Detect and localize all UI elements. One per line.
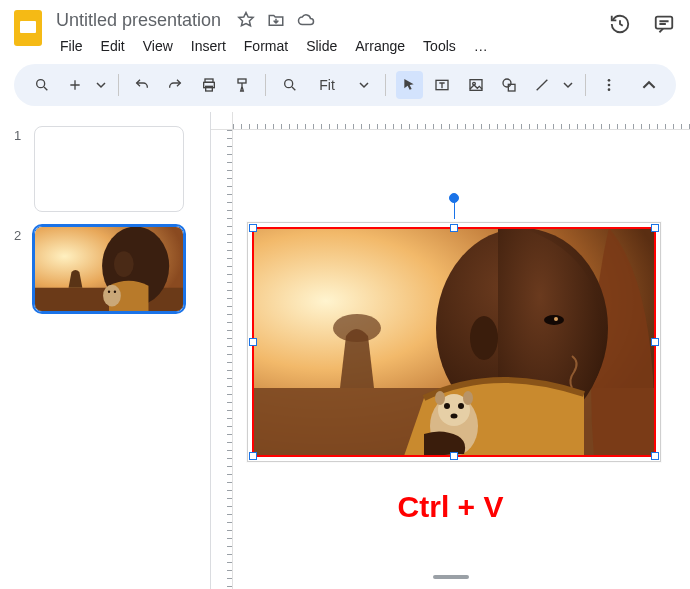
menu-slide[interactable]: Slide xyxy=(298,34,345,58)
line-tool-dropdown-icon[interactable] xyxy=(561,71,575,99)
image-tool-icon[interactable] xyxy=(462,71,489,99)
menu-view[interactable]: View xyxy=(135,34,181,58)
thumbnail-image xyxy=(35,227,183,311)
paint-format-icon[interactable] xyxy=(228,71,255,99)
svg-point-23 xyxy=(114,291,116,293)
resize-handle-bl[interactable] xyxy=(249,452,257,460)
thumbnail-number: 2 xyxy=(14,226,24,243)
resize-handle-t[interactable] xyxy=(450,224,458,232)
redo-icon[interactable] xyxy=(162,71,189,99)
svg-point-14 xyxy=(608,79,611,82)
placed-image xyxy=(254,229,654,455)
svg-point-37 xyxy=(463,391,473,405)
svg-point-21 xyxy=(103,285,121,307)
svg-rect-2 xyxy=(656,17,673,29)
history-icon[interactable] xyxy=(608,12,632,36)
svg-point-12 xyxy=(503,79,511,87)
resize-handle-b[interactable] xyxy=(450,452,458,460)
resize-handle-tl[interactable] xyxy=(249,224,257,232)
slides-app-icon[interactable] xyxy=(8,8,48,48)
resize-handle-tr[interactable] xyxy=(651,224,659,232)
menu-tools[interactable]: Tools xyxy=(415,34,464,58)
line-tool-icon[interactable] xyxy=(528,71,555,99)
svg-point-8 xyxy=(284,80,292,88)
cloud-status-icon[interactable] xyxy=(297,11,315,29)
separator xyxy=(585,74,586,96)
separator xyxy=(385,74,386,96)
svg-point-29 xyxy=(544,315,564,325)
svg-point-16 xyxy=(608,88,611,91)
thumbnail-row: 1 xyxy=(14,126,200,212)
svg-rect-10 xyxy=(470,80,482,91)
svg-rect-7 xyxy=(238,79,246,83)
search-menus-icon[interactable] xyxy=(28,71,55,99)
menu-more[interactable]: … xyxy=(466,34,496,58)
app-header: Untitled presentation File Edit View Ins… xyxy=(0,0,690,58)
svg-point-15 xyxy=(608,84,611,87)
comments-icon[interactable] xyxy=(652,12,676,36)
menu-edit[interactable]: Edit xyxy=(93,34,133,58)
svg-point-36 xyxy=(435,391,445,405)
svg-point-28 xyxy=(470,316,498,360)
more-tools-icon[interactable] xyxy=(596,71,623,99)
thumbnail-slide-2[interactable] xyxy=(34,226,184,312)
resize-handle-r[interactable] xyxy=(651,338,659,346)
slide-canvas[interactable] xyxy=(247,222,661,462)
horizontal-ruler[interactable] xyxy=(233,112,690,130)
content-area: 1 2 xyxy=(0,112,690,589)
svg-point-26 xyxy=(333,314,381,342)
svg-rect-1 xyxy=(20,21,36,33)
svg-point-35 xyxy=(451,414,458,419)
menu-arrange[interactable]: Arrange xyxy=(347,34,413,58)
menu-insert[interactable]: Insert xyxy=(183,34,234,58)
zoom-dropdown[interactable]: Fit xyxy=(309,75,375,95)
speaker-notes-drag-handle[interactable] xyxy=(433,575,469,579)
shape-tool-icon[interactable] xyxy=(495,71,522,99)
svg-point-33 xyxy=(444,403,450,409)
selected-image[interactable] xyxy=(252,227,656,457)
rotation-handle[interactable] xyxy=(449,193,459,203)
zoom-icon[interactable] xyxy=(276,71,303,99)
collapse-toolbar-icon[interactable] xyxy=(635,71,662,99)
menu-format[interactable]: Format xyxy=(236,34,296,58)
svg-point-22 xyxy=(108,291,110,293)
svg-point-34 xyxy=(458,403,464,409)
header-actions xyxy=(608,12,682,36)
separator xyxy=(118,74,119,96)
chevron-down-icon xyxy=(359,80,369,90)
new-slide-dropdown-icon[interactable] xyxy=(94,71,108,99)
toolbar: Fit xyxy=(14,64,676,106)
star-icon[interactable] xyxy=(237,11,255,29)
ruler-corner xyxy=(211,112,233,130)
resize-handle-l[interactable] xyxy=(249,338,257,346)
menu-file[interactable]: File xyxy=(52,34,91,58)
thumbnail-row: 2 xyxy=(14,226,200,312)
select-tool-icon[interactable] xyxy=(396,71,423,99)
thumbnail-number: 1 xyxy=(14,126,24,143)
menu-bar: File Edit View Insert Format Slide Arran… xyxy=(52,34,608,58)
zoom-label: Fit xyxy=(315,77,355,93)
svg-point-30 xyxy=(554,317,558,321)
undo-icon[interactable] xyxy=(129,71,156,99)
separator xyxy=(265,74,266,96)
thumbnail-panel: 1 2 xyxy=(0,112,210,589)
textbox-tool-icon[interactable] xyxy=(429,71,456,99)
svg-point-20 xyxy=(114,251,134,277)
annotation-text: Ctrl + V xyxy=(211,490,690,524)
document-title[interactable]: Untitled presentation xyxy=(52,10,225,31)
svg-rect-13 xyxy=(508,84,515,91)
resize-handle-br[interactable] xyxy=(651,452,659,460)
thumbnail-slide-1[interactable] xyxy=(34,126,184,212)
title-block: Untitled presentation File Edit View Ins… xyxy=(52,8,608,58)
new-slide-icon[interactable] xyxy=(61,71,88,99)
print-icon[interactable] xyxy=(195,71,222,99)
move-folder-icon[interactable] xyxy=(267,11,285,29)
canvas-area[interactable]: Ctrl + V xyxy=(210,112,690,589)
svg-point-3 xyxy=(36,80,44,88)
